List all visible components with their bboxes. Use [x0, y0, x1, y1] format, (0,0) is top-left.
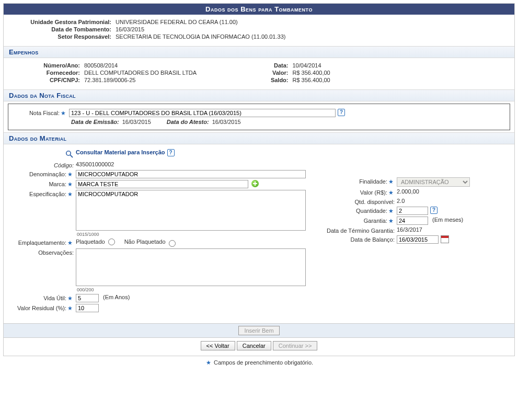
- main-panel: Dados dos Bens para Tombamento Unidade G…: [3, 3, 515, 356]
- emissao-label: Data de Emissão:: [71, 119, 119, 125]
- required-star-icon: ★: [66, 295, 74, 301]
- observacoes-textarea[interactable]: [76, 248, 306, 286]
- espec-counter: 0015/1000: [76, 232, 306, 237]
- empenhos-block: Número/Ano: 800508/2014 Fornecedor: DELL…: [4, 58, 514, 89]
- help-icon[interactable]: ?: [430, 207, 438, 214]
- fornecedor-value: DELL COMPUTADORES DO BRASIL LTDA: [82, 70, 197, 76]
- required-star-icon: ★: [66, 191, 74, 197]
- data-termino-label: Data de Término Garantia:: [317, 226, 397, 234]
- espec-label: Especificação:★: [9, 190, 76, 198]
- required-star-icon: ★: [205, 359, 212, 366]
- emissao-value: 16/03/2015: [119, 119, 167, 125]
- required-star-icon: ★: [387, 178, 395, 185]
- marca-label: Marca:★: [9, 180, 76, 188]
- emplaq-opt1-label: Plaquetado: [76, 239, 105, 245]
- top-info: Unidade Gestora Patrimonial: UNIVERSIDAD…: [4, 15, 514, 46]
- garantia-label: Garantia:★: [317, 217, 397, 224]
- emp-data-value: 10/04/2014: [291, 62, 321, 69]
- garantia-suffix: (Em meses): [428, 217, 463, 223]
- qtd-disp-label: Qtd. disponível:: [317, 198, 397, 205]
- data-balanco-input[interactable]: [397, 235, 439, 244]
- footnote: ★ Campos de preenchimento obrigatório.: [3, 356, 515, 369]
- obs-counter: 000/200: [76, 287, 306, 292]
- magnifier-cell: [9, 149, 76, 160]
- material-block: Consultar Material para Inserção ? Códig…: [4, 144, 514, 319]
- codigo-value: 435001000002: [76, 161, 114, 167]
- codigo-label: Código:: [9, 161, 76, 168]
- svg-point-0: [66, 151, 71, 155]
- calendar-icon[interactable]: [441, 235, 449, 243]
- unidade-value: UNIVERSIDADE FEDERAL DO CEARA (11.00): [113, 19, 238, 25]
- numero-value: 800508/2014: [82, 62, 118, 69]
- garantia-input[interactable]: [397, 217, 428, 225]
- svg-line-1: [70, 155, 73, 157]
- help-icon[interactable]: ?: [167, 149, 175, 156]
- unidade-label: Unidade Gestora Patrimonial:: [9, 19, 113, 25]
- required-star-icon: ★: [66, 181, 74, 187]
- marca-input[interactable]: [76, 180, 248, 188]
- notafiscal-box: Nota Fiscal:★ ? Data de Emissão: 16/03/2…: [8, 104, 510, 130]
- vida-util-input[interactable]: [76, 294, 99, 302]
- fornecedor-label: Fornecedor:: [9, 70, 82, 76]
- add-icon[interactable]: [251, 180, 259, 187]
- required-star-icon: ★: [387, 208, 395, 214]
- magnifier-icon: [65, 153, 74, 160]
- quantidade-input[interactable]: [397, 207, 428, 215]
- setor-value: SECRETARIA DE TECNOLOGIA DA INFORMACAO (…: [113, 33, 285, 40]
- data-balanco-label: Data de Balanço:: [317, 235, 397, 243]
- residual-label: Valor Residual (%):★: [9, 304, 76, 312]
- denominacao-input[interactable]: [76, 170, 306, 178]
- required-star-icon: ★: [387, 189, 395, 196]
- setor-label: Setor Responsável:: [9, 33, 113, 40]
- vida-label: Vida Útil:★: [9, 294, 76, 302]
- emp-data-label: Data:: [259, 62, 291, 69]
- notafiscal-header: Dados da Nota Fiscal: [4, 89, 514, 101]
- emp-saldo-label: Saldo:: [259, 77, 291, 83]
- quantidade-label: Quantidade:★: [317, 207, 397, 214]
- valor-rs-value: 2.000,00: [397, 188, 419, 195]
- valor-residual-input[interactable]: [76, 304, 99, 312]
- data-tombamento-label: Data de Tombamento:: [9, 26, 113, 32]
- required-star-icon: ★: [66, 240, 74, 246]
- emp-valor-label: Valor:: [259, 70, 291, 76]
- data-tombamento-value: 16/03/2015: [113, 26, 144, 32]
- atesto-label: Data do Atesto:: [167, 119, 209, 125]
- qtd-disp-value: 2.0: [397, 198, 405, 204]
- nav-button-bar: << Voltar Cancelar Continuar >>: [4, 338, 514, 356]
- emplaq-label: Emplaquetamento:★: [9, 239, 76, 246]
- page-title: Dados dos Bens para Tombamento: [4, 4, 514, 15]
- continuar-button[interactable]: Continuar >>: [273, 341, 318, 350]
- cpf-label: CPF/CNPJ:: [9, 77, 82, 83]
- especificacao-textarea[interactable]: MICROCOMPUTADOR: [76, 190, 306, 231]
- nao-plaquetado-radio[interactable]: [169, 240, 176, 247]
- help-icon[interactable]: ?: [338, 109, 345, 116]
- emp-valor-value: R$ 356.400,00: [291, 70, 330, 76]
- denominacao-label: Denominação:★: [9, 170, 76, 178]
- obs-label: Observações:: [9, 248, 76, 256]
- data-termino-value: 16/3/2017: [397, 226, 422, 233]
- notafiscal-label: Nota Fiscal:★: [10, 109, 69, 117]
- required-star-icon: ★: [60, 110, 67, 116]
- voltar-button[interactable]: << Voltar: [201, 341, 235, 350]
- cancelar-button[interactable]: Cancelar: [237, 341, 271, 350]
- insert-button-bar: Inserir Bem: [4, 323, 514, 338]
- emplaq-opt2-label: Não Plaquetado: [124, 239, 166, 245]
- required-star-icon: ★: [66, 305, 74, 311]
- required-star-icon: ★: [387, 218, 395, 224]
- numero-label: Número/Ano:: [9, 62, 82, 69]
- inserir-bem-button[interactable]: Inserir Bem: [238, 326, 279, 335]
- cpf-value: 72.381.189/0006-25: [82, 77, 135, 83]
- vida-suffix: (Em Anos): [99, 294, 130, 300]
- finalidade-label: Finalidade:★: [317, 177, 397, 185]
- material-header: Dados do Material: [4, 132, 514, 144]
- plaquetado-radio[interactable]: [108, 239, 115, 245]
- empenhos-header: Empenhos: [4, 46, 514, 58]
- atesto-value: 16/03/2015: [209, 119, 241, 125]
- valor-rs-label: Valor (R$):★: [317, 188, 397, 196]
- finalidade-select[interactable]: ADMINISTRAÇÃO: [397, 177, 470, 187]
- required-star-icon: ★: [66, 171, 74, 177]
- notafiscal-input[interactable]: [69, 109, 336, 117]
- consultar-link[interactable]: Consultar Material para Inserção: [76, 149, 165, 155]
- emp-saldo-value: R$ 356.400,00: [291, 77, 330, 83]
